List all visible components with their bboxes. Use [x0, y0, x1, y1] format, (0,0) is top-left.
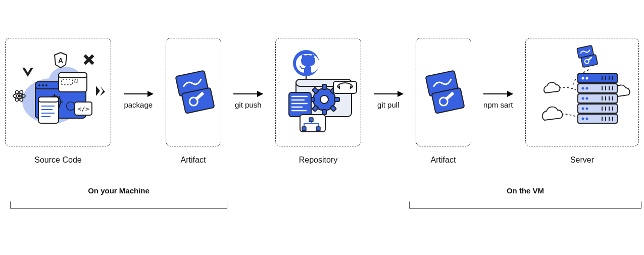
svg-marker-35 — [96, 86, 100, 96]
svg-rect-54 — [334, 97, 339, 101]
arrow-git-pull: git pull — [361, 35, 416, 167]
svg-point-90 — [581, 97, 584, 100]
svg-point-95 — [585, 118, 588, 120]
svg-point-50 — [320, 95, 328, 104]
server-icon — [529, 41, 635, 142]
svg-point-94 — [581, 118, 584, 120]
svg-text:A: A — [58, 57, 63, 65]
artifact-icon — [170, 64, 217, 120]
svg-point-37 — [18, 94, 21, 97]
svg-point-88 — [581, 87, 584, 90]
caption-repository: Repository — [299, 156, 337, 165]
svg-point-93 — [585, 108, 588, 110]
node-server: Server — [525, 38, 639, 165]
group-local-machine: On your Machine — [10, 189, 227, 209]
arrow-label-pull: git pull — [377, 100, 399, 109]
artifact-1-box — [166, 38, 221, 146]
svg-rect-52 — [322, 110, 326, 115]
svg-marker-36 — [100, 86, 105, 96]
caption-artifact-2: Artifact — [431, 156, 456, 165]
svg-point-86 — [581, 77, 584, 80]
group-vm: On the VM — [409, 189, 641, 209]
svg-point-92 — [581, 108, 584, 110]
svg-rect-71 — [316, 127, 320, 131]
arrow-icon — [483, 93, 513, 94]
caption-artifact-1: Artifact — [181, 156, 206, 165]
arrow-icon — [374, 93, 403, 94]
source-code-icon: </> — [10, 46, 106, 137]
arrow-label-push: git push — [235, 100, 262, 109]
svg-point-87 — [585, 77, 588, 80]
arrow-icon — [124, 93, 153, 94]
svg-point-6 — [45, 84, 47, 86]
arrow-label-package: package — [124, 100, 153, 109]
node-source-code: </> — [5, 38, 111, 165]
svg-rect-69 — [302, 127, 306, 131]
svg-rect-51 — [322, 84, 326, 89]
svg-rect-70 — [309, 118, 313, 122]
artifact-icon — [420, 64, 467, 120]
caption-server: Server — [570, 156, 594, 165]
svg-text:</>: </> — [77, 105, 89, 113]
node-artifact-2: Artifact — [416, 38, 471, 165]
node-repository: Repository — [275, 38, 361, 165]
svg-point-4 — [38, 84, 40, 86]
repository-icon — [278, 44, 359, 140]
svg-point-89 — [585, 87, 588, 90]
svg-point-91 — [585, 97, 588, 100]
source-code-box: </> — [5, 38, 111, 146]
arrow-git-push: git push — [221, 35, 276, 167]
arrow-icon — [233, 93, 263, 94]
group-local-label: On your Machine — [10, 186, 227, 195]
svg-rect-24 — [38, 97, 59, 102]
server-box — [525, 38, 639, 146]
arrow-npm-start: npm sart — [471, 35, 526, 167]
arrow-package: package — [111, 35, 166, 167]
svg-rect-20 — [59, 73, 87, 78]
svg-point-5 — [42, 84, 44, 86]
repository-box — [275, 38, 361, 146]
group-vm-label: On the VM — [409, 186, 641, 195]
arrow-label-start: npm sart — [483, 100, 513, 109]
caption-source: Source Code — [34, 156, 81, 165]
node-artifact-1: Artifact — [166, 38, 221, 165]
artifact-2-box — [416, 38, 471, 146]
